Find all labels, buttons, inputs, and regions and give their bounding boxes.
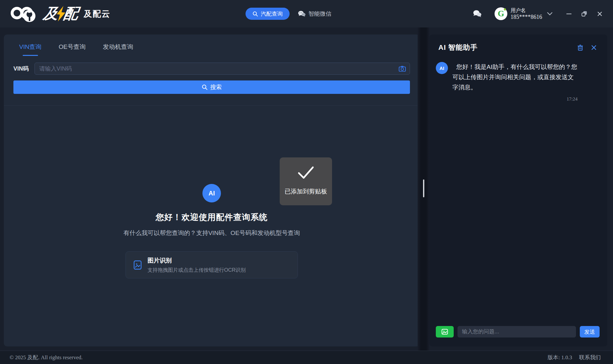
wechat-icon (298, 11, 306, 17)
image-upload-button[interactable] (436, 326, 454, 337)
welcome-section: AI 您好！欢迎使用配件查询系统 有什么我可以帮您查询的？支持VIN码、OE号码… (4, 106, 420, 278)
header-right-group: G 用户名 185****8616 (473, 7, 603, 20)
footer-copyright: © 2025 及配. All rights reserved. (10, 354, 83, 361)
assistant-close-icon[interactable] (591, 45, 596, 50)
query-form-section: VIN查询 OE号查询 发动机查询 VIN码 搜索 (4, 34, 420, 106)
tab-oe-query[interactable]: OE号查询 (59, 43, 86, 56)
image-upload-icon (442, 329, 448, 335)
ai-avatar: AI (202, 184, 221, 202)
search-icon (253, 11, 258, 17)
assistant-question-input[interactable] (458, 326, 576, 337)
infinity-wrench-logo-icon (10, 4, 39, 23)
header-nav: 汽配查询 智能微信 (246, 0, 331, 27)
clipboard-toast: 已添加到剪贴板 (280, 157, 332, 205)
minimize-icon[interactable] (565, 10, 573, 18)
app-window: 及 配 及配云 汽配查询 (0, 0, 613, 364)
ocr-card-title: 图片识别 (148, 256, 246, 265)
toast-message: 已添加到剪贴板 (285, 187, 327, 196)
ai-message-avatar: AI (436, 62, 448, 74)
nav-parts-query-label: 汽配查询 (261, 10, 283, 18)
nav-smart-wechat-label: 智能微信 (308, 10, 331, 18)
brand-suffix: 及配云 (84, 8, 110, 19)
panel-splitter[interactable] (418, 27, 429, 351)
assistant-input-row: 发送 (429, 326, 607, 346)
ocr-card-desc: 支持拖拽图片或点击上传按钮进行OCR识别 (148, 267, 246, 274)
chevron-down-icon[interactable] (547, 12, 552, 15)
assistant-header: AI 智能助手 (429, 34, 607, 52)
tab-vin-query[interactable]: VIN查询 (19, 43, 42, 56)
restore-icon[interactable] (580, 10, 588, 18)
user-avatar[interactable]: G (495, 7, 507, 20)
assistant-messages: AI 您好！我是AI助手，有什么我可以帮您的？您可以上传图片并询问相关问题，或直… (429, 52, 607, 326)
chat-bubbles-icon[interactable] (473, 10, 482, 18)
welcome-subtitle: 有什么我可以帮您查询的？支持VIN码、OE号码和发动机型号查询 (123, 229, 300, 237)
welcome-title: 您好！欢迎使用配件查询系统 (156, 212, 268, 223)
ocr-upload-card[interactable]: 图片识别 支持拖拽图片或点击上传按钮进行OCR识别 (125, 251, 298, 278)
ai-assistant-panel: AI 智能助手 AI 您好！我是AI助手，有什么我可以帮您的？您可以上传图片并询… (429, 34, 607, 346)
user-name: 用户名 (511, 7, 542, 14)
vin-input-row: VIN码 (13, 63, 410, 75)
send-button[interactable]: 发送 (580, 326, 600, 337)
lightning-icon (55, 5, 66, 22)
search-button-label: 搜索 (210, 83, 222, 91)
ai-message: AI 您好！我是AI助手，有什么我可以帮您的？您可以上传图片并询问相关问题，或直… (436, 62, 600, 102)
image-file-icon (133, 260, 142, 270)
search-button[interactable]: 搜索 (13, 80, 410, 94)
user-info[interactable]: 用户名 185****8616 (511, 7, 542, 20)
vin-input[interactable] (34, 63, 410, 75)
footer-contact-link[interactable]: 联系我们 (579, 354, 601, 361)
ai-message-time: 17:24 (452, 96, 578, 102)
close-icon[interactable] (596, 10, 603, 18)
camera-icon[interactable] (399, 66, 406, 72)
search-icon (202, 84, 208, 90)
brand-wordmark: 及 配 (43, 4, 79, 24)
tab-engine-query[interactable]: 发动机查询 (103, 43, 133, 56)
splitter-handle-icon (423, 179, 424, 197)
vin-label: VIN码 (13, 65, 34, 72)
ai-message-text: 您好！我是AI助手，有什么我可以帮您的？您可以上传图片并询问相关问题，或直接发送… (452, 62, 578, 93)
assistant-title: AI 智能助手 (438, 43, 569, 52)
brand-logo: 及 配 及配云 (10, 4, 110, 24)
nav-parts-query-button[interactable]: 汽配查询 (246, 8, 290, 20)
footer-version: 版本: 1.0.3 (548, 354, 572, 361)
user-phone: 185****8616 (511, 14, 542, 20)
nav-smart-wechat[interactable]: 智能微信 (298, 10, 331, 18)
query-tabs: VIN查询 OE号查询 发动机查询 (19, 34, 410, 56)
header-bar: 及 配 及配云 汽配查询 (0, 0, 613, 27)
vin-input-wrap (34, 63, 410, 75)
query-panel: VIN查询 OE号查询 发动机查询 VIN码 搜索 AI 您好！欢迎使用配 (4, 34, 420, 346)
footer-bar: © 2025 及配. All rights reserved. 版本: 1.0.… (0, 351, 613, 364)
check-icon (297, 166, 315, 179)
trash-icon[interactable] (578, 45, 583, 51)
